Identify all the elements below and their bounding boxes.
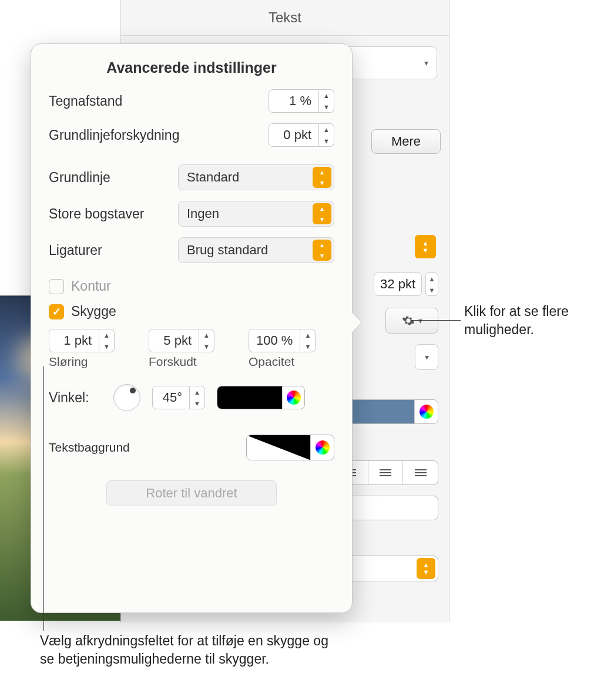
color-wheel-icon: [287, 391, 301, 405]
shadow-offset-stepper[interactable]: 5 pkt ▲▼: [149, 329, 234, 352]
shadow-angle-label: Vinkel:: [49, 390, 102, 406]
align-bottom-icon[interactable]: [402, 461, 438, 484]
font-family-stepper[interactable]: ▲▼: [415, 235, 436, 258]
color-wheel-icon: [420, 405, 434, 419]
ligatures-value: Brug standard: [187, 243, 268, 258]
baseline-shift-label: Grundlinjeforskydning: [49, 127, 179, 143]
shadow-label: Skygge: [71, 304, 116, 319]
outline-label: Kontur: [71, 278, 111, 294]
callout-text-bottom: Vælg afkrydningsfeltet for at tilføje en…: [40, 632, 334, 668]
popover-title: Avancerede indstillinger: [49, 59, 334, 76]
capitalization-label: Store bogstaver: [49, 206, 166, 222]
callout-leader-line: [411, 320, 461, 321]
char-spacing-stepper[interactable]: 1 % ▲▼: [269, 89, 334, 113]
capitalization-value: Ingen: [187, 206, 219, 221]
spacing-stepper[interactable]: ▲▼: [417, 558, 435, 579]
shadow-color-well[interactable]: [217, 386, 305, 409]
shadow-blur-label: Sløring: [49, 355, 135, 369]
outline-checkbox[interactable]: [49, 279, 64, 294]
color-wheel-icon: [316, 440, 330, 455]
shadow-offset-value[interactable]: 5 pkt: [149, 329, 199, 352]
alignment-dropdown-partial[interactable]: [415, 344, 438, 370]
ligatures-label: Ligaturer: [49, 243, 166, 258]
chevron-down-icon: [424, 58, 428, 68]
shadow-angle-value[interactable]: 45°: [152, 386, 190, 409]
gear-icon: [402, 314, 415, 327]
color-picker-button[interactable]: [414, 400, 438, 423]
baseline-value: Standard: [187, 170, 239, 185]
color-picker-button[interactable]: [310, 435, 334, 460]
ligatures-select[interactable]: Brug standard ▲▼: [178, 237, 334, 263]
advanced-settings-popover: Avancerede indstillinger Tegnafstand 1 %…: [31, 43, 353, 613]
advanced-options-gear-button[interactable]: [385, 308, 438, 334]
chevron-down-icon: [418, 316, 422, 325]
font-size-stepper[interactable]: ▲▼: [425, 272, 438, 296]
align-middle-icon[interactable]: [368, 461, 403, 484]
shadow-opacity-value[interactable]: 100 %: [249, 329, 300, 352]
sidebar-title: Tekst: [121, 0, 449, 36]
shadow-offset-label: Forskudt: [149, 355, 234, 369]
color-swatch: [217, 386, 282, 409]
shadow-blur-stepper[interactable]: 1 pkt ▲▼: [49, 329, 135, 352]
text-background-label: Tekstbaggrund: [49, 440, 130, 455]
char-spacing-label: Tegnafstand: [49, 93, 122, 109]
rotate-to-horizontal-button[interactable]: Roter til vandret: [106, 480, 277, 506]
color-picker-button[interactable]: [282, 386, 304, 409]
more-button[interactable]: Mere: [371, 129, 441, 154]
shadow-angle-dial[interactable]: [113, 384, 140, 411]
baseline-select[interactable]: Standard ▲▼: [178, 164, 334, 190]
baseline-shift-value[interactable]: 0 pkt: [269, 123, 319, 147]
no-color-icon: [247, 435, 310, 460]
shadow-angle-stepper[interactable]: 45° ▲▼: [152, 386, 205, 409]
baseline-shift-stepper[interactable]: 0 pkt ▲▼: [269, 123, 334, 147]
baseline-label: Grundlinje: [49, 170, 166, 186]
callout-text-right: Klik for at se flere muligheder.: [464, 302, 611, 339]
shadow-opacity-label: Opacitet: [249, 355, 334, 369]
chevron-down-icon: [425, 352, 429, 362]
shadow-checkbox[interactable]: ✓: [49, 304, 64, 319]
shadow-blur-value[interactable]: 1 pkt: [49, 329, 99, 352]
text-background-color-well[interactable]: [246, 435, 334, 460]
callout-leader-line: [43, 366, 44, 631]
font-size-field[interactable]: 32 pkt: [374, 272, 422, 296]
char-spacing-value[interactable]: 1 %: [269, 89, 319, 113]
capitalization-select[interactable]: Ingen ▲▼: [178, 201, 334, 227]
shadow-opacity-stepper[interactable]: 100 % ▲▼: [249, 329, 334, 352]
